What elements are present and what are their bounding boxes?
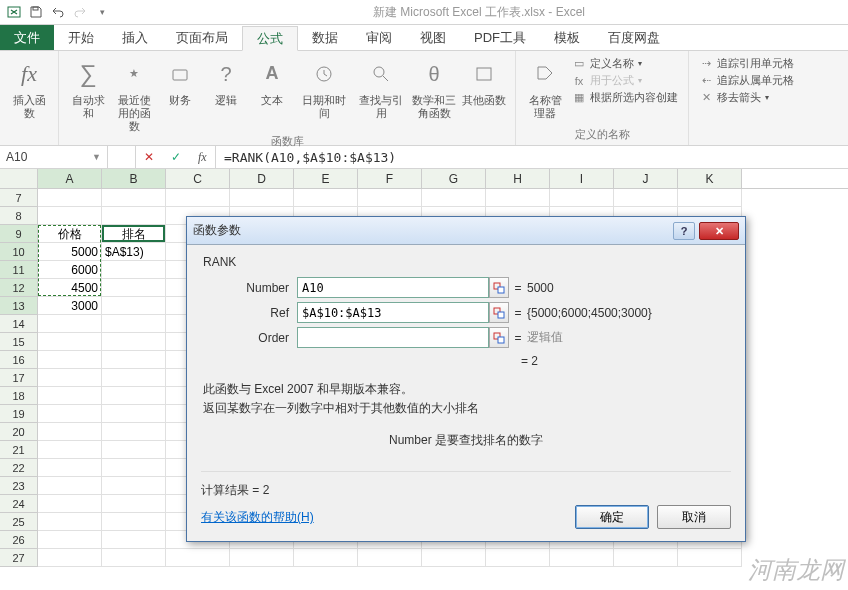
cell[interactable] [486,549,550,567]
cancel-button[interactable]: 取消 [657,505,731,529]
cell[interactable] [102,279,166,297]
cell[interactable] [102,189,166,207]
col-head[interactable]: E [294,169,358,188]
cell[interactable] [102,387,166,405]
cell[interactable] [38,351,102,369]
row-head[interactable]: 15 [0,333,38,351]
col-head[interactable]: C [166,169,230,188]
cell[interactable] [38,315,102,333]
row-head[interactable]: 12 [0,279,38,297]
cell[interactable] [422,189,486,207]
cell[interactable] [102,261,166,279]
collapse-dialog-button[interactable] [489,302,509,323]
cell[interactable] [102,513,166,531]
cell[interactable] [614,549,678,567]
tab-formulas[interactable]: 公式 [242,26,298,51]
cell[interactable] [38,189,102,207]
cell[interactable] [166,189,230,207]
cell[interactable] [38,387,102,405]
arg-number-input[interactable] [297,277,489,298]
qat-customize-icon[interactable]: ▾ [92,2,112,22]
row-head[interactable]: 8 [0,207,38,225]
col-head[interactable]: F [358,169,422,188]
financial-button[interactable]: 财务 [157,54,203,107]
tab-baidu[interactable]: 百度网盘 [594,25,674,50]
cell[interactable]: 排名 [102,225,166,243]
cell[interactable] [102,351,166,369]
insert-function-button[interactable]: fx 插入函数 [6,54,52,120]
cell[interactable] [550,549,614,567]
recent-fn-button[interactable]: ★最近使用的函数 [111,54,157,134]
autosum-button[interactable]: ∑自动求和 [65,54,111,120]
tab-layout[interactable]: 页面布局 [162,25,242,50]
cell[interactable] [38,549,102,567]
cell[interactable] [102,477,166,495]
cell[interactable] [422,549,486,567]
tab-home[interactable]: 开始 [54,25,108,50]
col-head[interactable]: B [102,169,166,188]
cell[interactable] [38,333,102,351]
cell[interactable] [294,189,358,207]
cell[interactable] [230,549,294,567]
cell[interactable] [38,423,102,441]
use-in-formula-button[interactable]: fx用于公式 ▾ [572,73,678,88]
name-box-dropdown-icon[interactable]: ▼ [92,152,101,162]
tab-view[interactable]: 视图 [406,25,460,50]
cell[interactable] [486,189,550,207]
row-head[interactable]: 16 [0,351,38,369]
col-head[interactable]: G [422,169,486,188]
row-head[interactable]: 11 [0,261,38,279]
arg-ref-input[interactable] [297,302,489,323]
cell[interactable] [38,477,102,495]
select-all-corner[interactable] [0,169,38,188]
arg-order-input[interactable] [297,327,489,348]
row-head[interactable]: 14 [0,315,38,333]
cell[interactable] [230,189,294,207]
tab-template[interactable]: 模板 [540,25,594,50]
cell[interactable]: 5000 [38,243,102,261]
row-head[interactable]: 22 [0,459,38,477]
row-head[interactable]: 7 [0,189,38,207]
row-head[interactable]: 9 [0,225,38,243]
cell[interactable] [102,297,166,315]
cell[interactable] [102,531,166,549]
lookup-button[interactable]: 查找与引用 [353,54,409,120]
cell[interactable] [102,369,166,387]
cell[interactable] [38,459,102,477]
cancel-formula-icon[interactable]: ✕ [144,150,154,165]
col-head[interactable]: A [38,169,102,188]
tab-file[interactable]: 文件 [0,25,54,50]
cell[interactable] [102,423,166,441]
text-fn-button[interactable]: A文本 [249,54,295,107]
dialog-help-button[interactable]: ? [673,222,695,240]
trace-precedents-button[interactable]: ⇢追踪引用单元格 [699,56,794,71]
datetime-button[interactable]: 日期和时间 [295,54,353,120]
cell[interactable] [678,189,742,207]
row-head[interactable]: 13 [0,297,38,315]
cell[interactable]: 4500 [38,279,102,297]
cell[interactable] [358,189,422,207]
row-head[interactable]: 24 [0,495,38,513]
cell[interactable]: $A$13) [102,243,166,261]
formula-input[interactable]: =RANK(A10,$A$10:$A$13) [216,146,848,168]
row-head[interactable]: 27 [0,549,38,567]
col-head[interactable]: I [550,169,614,188]
row-head[interactable]: 21 [0,441,38,459]
col-head[interactable]: J [614,169,678,188]
row-head[interactable]: 10 [0,243,38,261]
ok-button[interactable]: 确定 [575,505,649,529]
cell[interactable] [102,333,166,351]
cell[interactable] [102,549,166,567]
cell[interactable] [166,549,230,567]
tab-data[interactable]: 数据 [298,25,352,50]
cell[interactable] [38,495,102,513]
row-head[interactable]: 25 [0,513,38,531]
row-head[interactable]: 23 [0,477,38,495]
cell[interactable]: 价格 [38,225,102,243]
collapse-dialog-button[interactable] [489,277,509,298]
cell[interactable] [678,549,742,567]
cell[interactable]: 6000 [38,261,102,279]
function-help-link[interactable]: 有关该函数的帮助(H) [201,509,314,526]
cell[interactable] [38,441,102,459]
undo-icon[interactable] [48,2,68,22]
